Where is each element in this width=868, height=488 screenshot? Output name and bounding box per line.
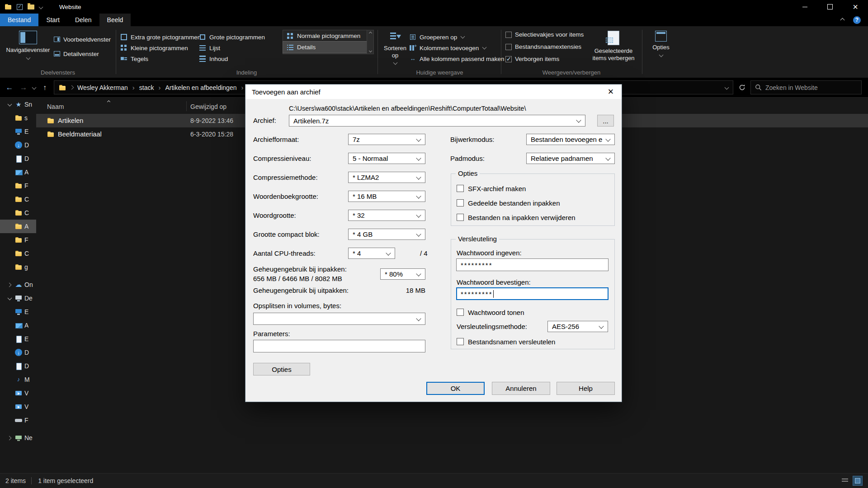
dialog-options-button[interactable]: Opties: [253, 363, 310, 375]
scroll-up-icon[interactable]: [368, 32, 372, 35]
sidebar-item[interactable]: A: [0, 165, 36, 179]
sidebar-item[interactable]: C: [0, 247, 36, 260]
thumbnails-view-button[interactable]: [853, 476, 863, 486]
field-combobox[interactable]: * 4 GB: [348, 229, 425, 240]
expander-icon[interactable]: [6, 237, 13, 243]
qat-new-folder-icon[interactable]: [28, 5, 34, 9]
expander-icon[interactable]: [6, 417, 13, 423]
hide-selected-items-button[interactable]: Geselecteerde items verbergen: [589, 28, 638, 70]
navigation-pane-button[interactable]: Navigatievenster: [5, 28, 52, 70]
preview-pane-button[interactable]: Voorbeeldvenster: [53, 33, 111, 45]
field-combobox[interactable]: * 16 MB: [348, 191, 425, 202]
password-input[interactable]: *********: [456, 258, 609, 271]
path-mode-combobox[interactable]: Relatieve padnamen: [526, 153, 615, 164]
dialog-checkbox[interactable]: Bestanden na inpakken verwijderen: [451, 210, 611, 225]
details-view-button[interactable]: [840, 476, 850, 486]
breadcrumb-item[interactable]: stack: [139, 84, 165, 91]
expander-icon[interactable]: [6, 376, 13, 383]
back-button[interactable]: [5, 83, 14, 92]
tab-bestand[interactable]: Bestand: [0, 14, 38, 26]
expander-icon[interactable]: [6, 363, 13, 369]
recent-locations-icon[interactable]: [32, 85, 37, 90]
sidebar-item[interactable]: On: [0, 278, 36, 291]
sidebar-item[interactable]: E: [0, 125, 36, 138]
expander-icon[interactable]: [6, 404, 13, 410]
show-password-checkbox[interactable]: Wachtwoord tonen: [457, 308, 524, 316]
minimize-button[interactable]: [792, 0, 817, 14]
expander-icon[interactable]: [6, 169, 13, 175]
ribbon-checkbox[interactable]: Verborgen items: [505, 53, 584, 65]
layout-option[interactable]: Normale pictogrammen: [283, 30, 367, 42]
sidebar-item[interactable]: D: [0, 346, 36, 359]
column-header-gewijzigd-op[interactable]: Gewijzigd op: [190, 103, 226, 110]
view-option[interactable]: Groeperen op: [409, 32, 505, 42]
confirm-password-input[interactable]: *********: [456, 287, 609, 300]
expander-icon[interactable]: [6, 322, 13, 328]
expander-icon[interactable]: [6, 183, 13, 189]
layout-scrollbar[interactable]: [367, 30, 373, 54]
split-volumes-combobox[interactable]: [253, 313, 425, 325]
tab-start[interactable]: Start: [38, 14, 67, 26]
refresh-icon[interactable]: [737, 84, 746, 91]
help-button[interactable]: Help: [557, 382, 615, 395]
expander-icon[interactable]: [6, 295, 13, 301]
archive-name-combobox[interactable]: Artikelen.7z: [289, 115, 585, 127]
sidebar-item[interactable]: D: [0, 359, 36, 373]
expander-icon[interactable]: [6, 390, 13, 396]
sidebar-item[interactable]: V: [0, 386, 36, 400]
layout-option[interactable]: Extra grote pictogrammen: [120, 32, 201, 42]
expander-icon[interactable]: [6, 336, 13, 342]
layout-option[interactable]: Grote pictogrammen: [199, 32, 265, 42]
sidebar-item[interactable]: C: [0, 192, 36, 206]
sidebar-item[interactable]: A: [0, 220, 36, 233]
expander-icon[interactable]: [6, 155, 13, 162]
field-combobox[interactable]: * LZMA2: [348, 172, 425, 183]
field-combobox[interactable]: * 32: [348, 210, 425, 221]
column-separator[interactable]: [186, 101, 187, 111]
sidebar-item[interactable]: D: [0, 138, 36, 152]
dialog-checkbox[interactable]: SFX-archief maken: [451, 181, 611, 196]
expander-icon[interactable]: [6, 115, 13, 121]
dialog-close-button[interactable]: [600, 84, 622, 99]
parameters-input[interactable]: [253, 340, 425, 352]
sidebar-item[interactable]: C: [0, 206, 36, 220]
expander-icon[interactable]: [6, 349, 13, 356]
sidebar-item[interactable]: Sn: [0, 98, 36, 111]
layout-option[interactable]: Inhoud: [199, 53, 265, 64]
sidebar-item[interactable]: Ne: [0, 431, 36, 445]
view-option[interactable]: Alle kolommen passend maken: [409, 53, 505, 64]
cancel-button[interactable]: Annuleren: [492, 382, 550, 395]
memory-percent-combobox[interactable]: * 80%: [380, 268, 425, 280]
sidebar-item[interactable]: s: [0, 111, 36, 125]
ribbon-checkbox[interactable]: Bestandsnaamextensies: [505, 41, 584, 53]
forward-button[interactable]: [19, 83, 28, 92]
field-combobox[interactable]: 7z: [348, 134, 425, 145]
sidebar-item[interactable]: F: [0, 179, 36, 192]
tab-beeld[interactable]: Beeld: [99, 14, 131, 26]
layout-option[interactable]: Kleine pictogrammen: [120, 42, 201, 53]
expander-icon[interactable]: [6, 210, 13, 216]
sidebar-item[interactable]: F: [0, 233, 36, 247]
breadcrumb-item[interactable]: Wesley Akkerman: [77, 84, 139, 91]
qat-dropdown-icon[interactable]: [39, 5, 43, 9]
sidebar-item[interactable]: E: [0, 332, 36, 346]
column-header-naam[interactable]: Naam: [47, 103, 64, 110]
sidebar-item[interactable]: M: [0, 373, 36, 386]
expander-icon[interactable]: [6, 142, 13, 148]
expander-icon[interactable]: [6, 196, 13, 202]
expander-icon[interactable]: [6, 264, 13, 270]
ribbon-checkbox[interactable]: Selectievakjes voor items: [505, 28, 584, 41]
sidebar-item[interactable]: V: [0, 400, 36, 413]
close-button[interactable]: [843, 0, 868, 14]
breadcrumb-item[interactable]: Artikelen en afbeeldingen: [165, 84, 248, 91]
update-mode-combobox[interactable]: Bestanden toevoegen en ver: [526, 134, 615, 145]
sort-by-button[interactable]: Sorteren op: [382, 28, 408, 70]
expander-icon[interactable]: [6, 309, 13, 315]
sidebar-item[interactable]: A: [0, 319, 36, 332]
field-combobox[interactable]: 5 - Normaal: [348, 153, 425, 164]
expander-icon[interactable]: [6, 223, 13, 230]
expander-icon[interactable]: [6, 101, 13, 108]
qat-properties-icon[interactable]: [17, 4, 23, 10]
layout-option[interactable]: Tegels: [120, 53, 201, 64]
encryption-method-combobox[interactable]: AES-256: [547, 321, 608, 332]
